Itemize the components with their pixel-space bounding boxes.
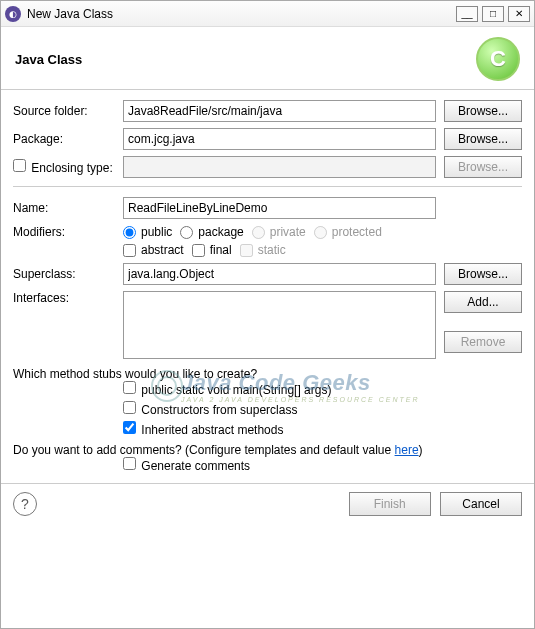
stub-inherited[interactable]: Inherited abstract methods [123, 421, 283, 437]
name-label: Name: [13, 201, 123, 215]
stub-main[interactable]: public static void main(String[] args) [123, 381, 331, 397]
modifier-abstract-checkbox[interactable] [123, 244, 136, 257]
modifier-final-checkbox[interactable] [192, 244, 205, 257]
stub-main-checkbox[interactable] [123, 381, 136, 394]
name-input[interactable] [123, 197, 436, 219]
enclosing-type-checkbox[interactable] [13, 159, 26, 172]
modifier-protected-radio [314, 226, 327, 239]
interfaces-list[interactable] [123, 291, 436, 359]
modifier-public-radio[interactable] [123, 226, 136, 239]
enclosing-type-input [123, 156, 436, 178]
superclass-browse-button[interactable]: Browse... [444, 263, 522, 285]
superclass-input[interactable] [123, 263, 436, 285]
minimize-button[interactable]: __ [456, 6, 478, 22]
modifier-abstract[interactable]: abstract [123, 243, 184, 257]
modifier-private-radio [252, 226, 265, 239]
interfaces-remove-button: Remove [444, 331, 522, 353]
modifier-final[interactable]: final [192, 243, 232, 257]
stub-constructors[interactable]: Constructors from superclass [123, 401, 297, 417]
dialog-footer: ? Finish Cancel [1, 483, 534, 524]
enclosing-type-browse-button: Browse... [444, 156, 522, 178]
configure-templates-link[interactable]: here [395, 443, 419, 457]
package-browse-button[interactable]: Browse... [444, 128, 522, 150]
dialog-content: Source folder: Browse... Package: Browse… [1, 90, 534, 483]
package-label: Package: [13, 132, 123, 146]
stubs-question: Which method stubs would you like to cre… [13, 367, 522, 381]
finish-button: Finish [349, 492, 431, 516]
close-button[interactable]: ✕ [508, 6, 530, 22]
cancel-button[interactable]: Cancel [440, 492, 522, 516]
modifier-private: private [252, 225, 306, 239]
modifier-protected: protected [314, 225, 382, 239]
titlebar: ◐ New Java Class __ □ ✕ [1, 1, 534, 27]
package-input[interactable] [123, 128, 436, 150]
modifiers-label: Modifiers: [13, 225, 123, 239]
app-icon: ◐ [5, 6, 21, 22]
source-folder-input[interactable] [123, 100, 436, 122]
interfaces-label: Interfaces: [13, 291, 123, 305]
dialog-header: Java Class C [1, 27, 534, 90]
modifier-package[interactable]: package [180, 225, 243, 239]
source-folder-label: Source folder: [13, 104, 123, 118]
source-folder-browse-button[interactable]: Browse... [444, 100, 522, 122]
stub-constructors-checkbox[interactable] [123, 401, 136, 414]
enclosing-type-label[interactable]: Enclosing type: [13, 161, 113, 175]
comments-question: Do you want to add comments? (Configure … [13, 443, 522, 457]
help-button[interactable]: ? [13, 492, 37, 516]
modifier-public[interactable]: public [123, 225, 172, 239]
stub-inherited-checkbox[interactable] [123, 421, 136, 434]
window-title: New Java Class [27, 7, 452, 21]
modifier-package-radio[interactable] [180, 226, 193, 239]
class-icon: C [476, 37, 520, 81]
modifier-static-checkbox [240, 244, 253, 257]
generate-comments[interactable]: Generate comments [123, 457, 250, 473]
superclass-label: Superclass: [13, 267, 123, 281]
modifier-static: static [240, 243, 286, 257]
interfaces-add-button[interactable]: Add... [444, 291, 522, 313]
maximize-button[interactable]: □ [482, 6, 504, 22]
generate-comments-checkbox[interactable] [123, 457, 136, 470]
separator [13, 186, 522, 187]
dialog-title: Java Class [15, 52, 82, 67]
